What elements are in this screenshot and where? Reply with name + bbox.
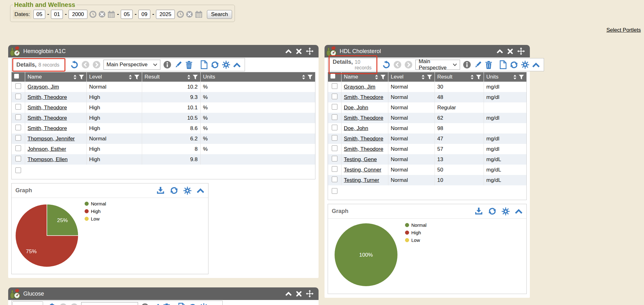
clear-x-icon[interactable]	[186, 11, 193, 18]
row-checkbox[interactable]	[15, 135, 21, 141]
delete-trash-icon[interactable]	[163, 303, 170, 305]
settings-gear-icon[interactable]	[521, 61, 529, 69]
download-icon[interactable]	[156, 187, 165, 194]
row-checkbox[interactable]	[15, 125, 21, 130]
patient-name-link[interactable]: Johnson, Esther	[28, 146, 66, 152]
settings-gear-icon[interactable]	[222, 61, 230, 69]
row-checkbox[interactable]	[15, 167, 21, 173]
next-icon[interactable]	[70, 303, 78, 305]
next-icon[interactable]	[404, 61, 413, 69]
from-day-input[interactable]	[51, 10, 63, 19]
row-checkbox[interactable]	[332, 94, 337, 99]
to-month-input[interactable]	[121, 10, 133, 19]
undo-icon[interactable]	[48, 303, 56, 305]
row-checkbox[interactable]	[15, 156, 21, 161]
select-portlets-link[interactable]: Select Portlets	[606, 27, 641, 33]
patient-name-link[interactable]: Smith, Theodore	[344, 94, 383, 100]
select-all-checkbox[interactable]	[14, 74, 19, 79]
refresh-icon[interactable]	[188, 303, 197, 305]
close-icon[interactable]	[507, 48, 513, 54]
refresh-icon[interactable]	[170, 186, 178, 195]
patient-name-link[interactable]: Testing, Gene	[344, 156, 377, 162]
filter-funnel-icon[interactable]	[79, 75, 84, 79]
filter-funnel-icon[interactable]	[519, 75, 524, 79]
patient-name-link[interactable]: Smith, Theodore	[344, 115, 383, 121]
row-checkbox[interactable]	[332, 125, 337, 130]
edit-pencil-icon[interactable]	[174, 61, 182, 69]
previous-icon[interactable]	[59, 303, 67, 305]
patient-name-link[interactable]: Smith, Theodore	[28, 94, 67, 100]
move-icon[interactable]	[306, 290, 314, 297]
row-checkbox[interactable]	[15, 94, 21, 99]
clock-icon[interactable]	[89, 11, 97, 18]
filter-funnel-icon[interactable]	[193, 75, 198, 79]
refresh-icon[interactable]	[211, 61, 219, 69]
collapse-up-icon[interactable]	[197, 188, 204, 193]
row-checkbox[interactable]	[332, 114, 337, 120]
collapse-up-icon[interactable]	[497, 49, 503, 53]
settings-gear-icon[interactable]	[502, 207, 510, 215]
patient-name-link[interactable]: Grayson, Jim	[28, 84, 59, 90]
sort-icon[interactable]	[187, 75, 191, 79]
download-icon[interactable]	[475, 207, 483, 215]
patient-name-link[interactable]: Smith, Theodore	[28, 125, 67, 131]
row-checkbox[interactable]	[15, 104, 21, 110]
to-day-input[interactable]	[138, 10, 150, 19]
row-checkbox[interactable]	[15, 83, 21, 89]
settings-gear-icon[interactable]	[183, 187, 192, 195]
calendar-icon[interactable]	[195, 11, 203, 18]
sort-icon[interactable]	[73, 75, 77, 79]
undo-icon[interactable]	[70, 61, 79, 69]
row-checkbox[interactable]	[15, 145, 21, 151]
sort-icon[interactable]	[470, 75, 474, 79]
edit-pencil-icon[interactable]	[152, 303, 160, 305]
patient-name-link[interactable]: Smith, Theodore	[344, 146, 383, 152]
sort-icon[interactable]	[513, 75, 517, 79]
filter-funnel-icon[interactable]	[427, 75, 432, 79]
perspective-select[interactable]: Main Perspective	[103, 60, 160, 70]
edit-pencil-icon[interactable]	[474, 61, 482, 69]
patient-name-link[interactable]: Smith, Theodore	[28, 105, 67, 111]
info-icon[interactable]	[141, 303, 149, 305]
patient-name-link[interactable]: Doe, John	[344, 125, 369, 131]
collapse-up-icon[interactable]	[532, 62, 540, 68]
close-icon[interactable]	[296, 48, 302, 54]
delete-trash-icon[interactable]	[185, 61, 193, 69]
info-icon[interactable]	[163, 61, 171, 69]
calendar-icon[interactable]	[108, 11, 115, 18]
clock-icon[interactable]	[177, 11, 184, 18]
previous-icon[interactable]	[81, 61, 90, 69]
to-year-input[interactable]	[156, 10, 175, 19]
collapse-up-icon[interactable]	[285, 291, 292, 296]
row-checkbox[interactable]	[332, 104, 337, 110]
clear-x-icon[interactable]	[98, 11, 106, 18]
perspective-select[interactable]: Main Perspective	[415, 60, 460, 70]
row-checkbox[interactable]	[332, 166, 337, 172]
row-checkbox[interactable]	[332, 83, 337, 89]
patient-name-link[interactable]: Smith, Theodore	[28, 115, 67, 121]
row-checkbox[interactable]	[332, 188, 337, 194]
info-icon[interactable]	[463, 61, 471, 69]
search-button[interactable]: Search	[207, 10, 232, 19]
filter-funnel-icon[interactable]	[380, 75, 386, 79]
row-checkbox[interactable]	[332, 177, 337, 182]
row-checkbox[interactable]	[332, 156, 337, 161]
settings-gear-icon[interactable]	[200, 303, 208, 305]
move-icon[interactable]	[517, 47, 525, 55]
undo-icon[interactable]	[382, 61, 391, 69]
filter-funnel-icon[interactable]	[134, 75, 139, 79]
refresh-icon[interactable]	[510, 61, 518, 69]
sort-icon[interactable]	[421, 75, 425, 79]
next-icon[interactable]	[92, 61, 101, 69]
collapse-up-icon[interactable]	[285, 49, 292, 53]
filter-funnel-icon[interactable]	[476, 75, 481, 79]
select-all-checkbox[interactable]	[330, 74, 335, 79]
row-checkbox[interactable]	[332, 145, 337, 151]
collapse-up-icon[interactable]	[515, 209, 523, 214]
row-checkbox[interactable]	[15, 114, 21, 120]
sort-icon[interactable]	[129, 75, 132, 79]
collapse-up-icon[interactable]	[233, 62, 241, 68]
new-page-icon[interactable]	[178, 303, 186, 305]
sort-icon[interactable]	[302, 75, 305, 79]
from-month-input[interactable]	[33, 10, 45, 19]
